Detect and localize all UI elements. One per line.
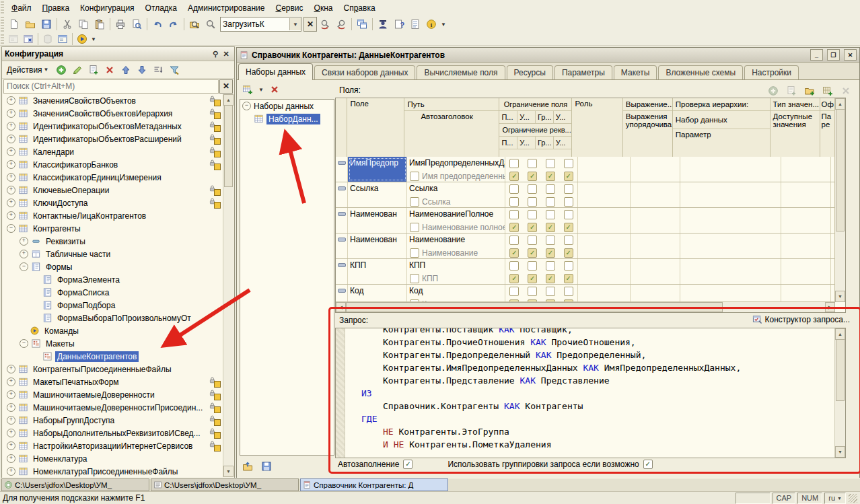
constraint-checkbox[interactable]: [564, 287, 573, 296]
close-icon[interactable]: ✕: [221, 49, 231, 59]
empty-cell[interactable]: [631, 285, 680, 302]
constraint-checkbox[interactable]: [509, 261, 519, 271]
constraint-checkbox[interactable]: [528, 184, 537, 194]
search-combo-input[interactable]: [221, 19, 289, 30]
folder-plus-button[interactable]: [801, 83, 818, 99]
empty-cell[interactable]: [578, 285, 631, 302]
tree-item-КлючиДоступа[interactable]: +КлючиДоступа: [3, 196, 223, 209]
green-plus-button[interactable]: [53, 62, 69, 78]
constraint-checkbox[interactable]: [509, 210, 519, 219]
autoheader-checkbox[interactable]: [410, 172, 419, 181]
query-text-area[interactable]: Контрагенты.Поставщик КАК Поставщик,Конт…: [335, 328, 846, 458]
folder-open-button[interactable]: [22, 16, 38, 32]
add-table-button[interactable]: [240, 81, 256, 98]
tree-item-ИдентификаторыОбъектовРасширений[interactable]: +ИдентификаторыОбъектовРасширений: [3, 133, 223, 145]
tab-Ресурсы[interactable]: Ресурсы: [507, 65, 553, 79]
expand-icon[interactable]: +: [7, 416, 15, 425]
tree-item-Календари[interactable]: +Календари: [3, 145, 223, 158]
empty-cell[interactable]: [680, 233, 781, 258]
tab-Наборы данных[interactable]: Наборы данных: [238, 63, 313, 79]
field-name-cell[interactable]: Ссылка: [348, 182, 407, 207]
clear-search-button[interactable]: ✕: [219, 79, 233, 94]
col-expression[interactable]: Выражение...: [623, 98, 672, 111]
table-plus-button[interactable]: [820, 83, 836, 99]
menu-Отладка[interactable]: Отладка: [140, 1, 182, 15]
constraint-checkbox[interactable]: [564, 236, 573, 245]
datasets-root-node[interactable]: − Наборы данных: [240, 100, 334, 112]
empty-cell[interactable]: [781, 182, 831, 207]
constraint-checkbox[interactable]: [546, 210, 555, 219]
constraint-checkbox[interactable]: [546, 184, 555, 194]
redo-button[interactable]: [166, 16, 182, 32]
tree-item-ИдентификаторыОбъектовМетаданных[interactable]: +ИдентификаторыОбъектовМетаданных: [3, 120, 223, 133]
expand-icon[interactable]: +: [7, 441, 15, 450]
constraint-checkbox[interactable]: [509, 184, 519, 194]
empty-cell[interactable]: [680, 259, 781, 284]
col-field-constraint[interactable]: Ограничение поля: [499, 98, 571, 111]
row-drag-handle[interactable]: [338, 212, 346, 216]
constraint-checkbox[interactable]: ✓: [564, 223, 573, 232]
constraint-subcolumn[interactable]: П...: [499, 137, 517, 149]
tree-item-МашиночитаемыеДоверенностиПрисоедин[interactable]: +МашиночитаемыеДоверенностиПрисоедин...: [3, 401, 223, 414]
empty-cell[interactable]: [631, 157, 680, 182]
tree-item-Контрагенты[interactable]: −Контрагенты: [3, 222, 223, 235]
empty-cell[interactable]: [578, 157, 631, 182]
tree-item-МашиночитаемыеДоверенности[interactable]: +МашиночитаемыеДоверенности: [3, 388, 223, 401]
tree-item-Табличные части[interactable]: +Табличные части: [3, 248, 223, 260]
search-input[interactable]: [4, 81, 218, 91]
taskbar-window-button[interactable]: C:\Users\jdfox\Desktop\УМ_: [151, 478, 299, 491]
tree-item-Реквизиты[interactable]: +Реквизиты: [3, 235, 223, 248]
constraint-checkbox[interactable]: [564, 159, 573, 168]
scrollbar-thumb[interactable]: [836, 109, 845, 231]
toolbar-overflow-chevron[interactable]: ▼: [89, 36, 98, 42]
empty-cell[interactable]: [631, 259, 680, 284]
col-hierarchy-param[interactable]: Параметр: [673, 129, 770, 140]
constraint-checkbox[interactable]: ✓: [509, 248, 519, 258]
row-drag-handle[interactable]: [338, 289, 346, 293]
menu-Сервис[interactable]: Сервис: [270, 1, 308, 15]
constraint-checkbox[interactable]: ✓: [528, 248, 537, 258]
expand-icon[interactable]: +: [7, 365, 15, 373]
autofill-checkbox[interactable]: ✓: [403, 460, 413, 469]
tree-item-НаборыДополнительныхРеквизитовИСвед[interactable]: +НаборыДополнительныхРеквизитовИСвед...: [3, 427, 223, 439]
tree-item-КлассификаторБанков[interactable]: +КлассификаторБанков: [3, 158, 223, 171]
field-name-cell[interactable]: ИмяПредопр: [348, 157, 407, 182]
scrollbar-thumb[interactable]: [836, 339, 845, 401]
expand-icon[interactable]: +: [7, 147, 15, 156]
form-window-button[interactable]: [55, 33, 70, 45]
empty-cell[interactable]: [781, 157, 831, 182]
scroll-up-arrow[interactable]: ▲: [223, 94, 234, 106]
empty-cell[interactable]: [578, 182, 631, 207]
tree-item-КлассификаторЕдиницИзмерения[interactable]: +КлассификаторЕдиницИзмерения: [3, 171, 223, 184]
expand-icon[interactable]: +: [7, 199, 15, 207]
constraint-checkbox[interactable]: [564, 210, 573, 219]
folder-up-button[interactable]: [240, 458, 256, 474]
constraint-checkbox[interactable]: ✓: [509, 172, 519, 181]
tree-item-Команды[interactable]: Команды: [3, 324, 223, 337]
expand-icon[interactable]: +: [7, 390, 15, 399]
scroll-down-arrow[interactable]: ▼: [835, 291, 845, 302]
expand-icon[interactable]: +: [7, 135, 15, 143]
play-button[interactable]: [75, 33, 89, 45]
preview-button[interactable]: [129, 16, 145, 32]
expand-icon[interactable]: +: [7, 403, 15, 412]
constraint-checkbox[interactable]: [528, 159, 537, 168]
x-gray-button[interactable]: [838, 83, 854, 99]
arrow-down-button[interactable]: [134, 62, 150, 78]
doc-plus-button[interactable]: [783, 83, 799, 99]
clear-search-button[interactable]: ✕: [303, 17, 317, 32]
dataset-node[interactable]: НаборДанн...: [240, 112, 334, 125]
menu-Правка[interactable]: Правка: [37, 1, 75, 15]
constraint-checkbox[interactable]: ✓: [564, 248, 573, 258]
autoheader-checkbox[interactable]: [410, 248, 419, 258]
save-button[interactable]: [38, 16, 55, 32]
constraint-checkbox[interactable]: [528, 261, 537, 271]
win-x-button[interactable]: [21, 33, 36, 45]
tree-item-ЗначенияСвойствОбъектовИерархия[interactable]: +ЗначенияСвойствОбъектовИерархия: [3, 107, 223, 120]
grid-vscrollbar[interactable]: ▲ ▼: [834, 98, 845, 302]
scroll-down-arrow[interactable]: ▼: [835, 446, 845, 458]
chevron-down-icon[interactable]: ▼: [257, 87, 265, 93]
restore-button[interactable]: ❐: [827, 49, 840, 61]
constraint-checkbox[interactable]: [528, 210, 537, 219]
query-builder-link[interactable]: Конструктор запроса...: [752, 314, 850, 324]
